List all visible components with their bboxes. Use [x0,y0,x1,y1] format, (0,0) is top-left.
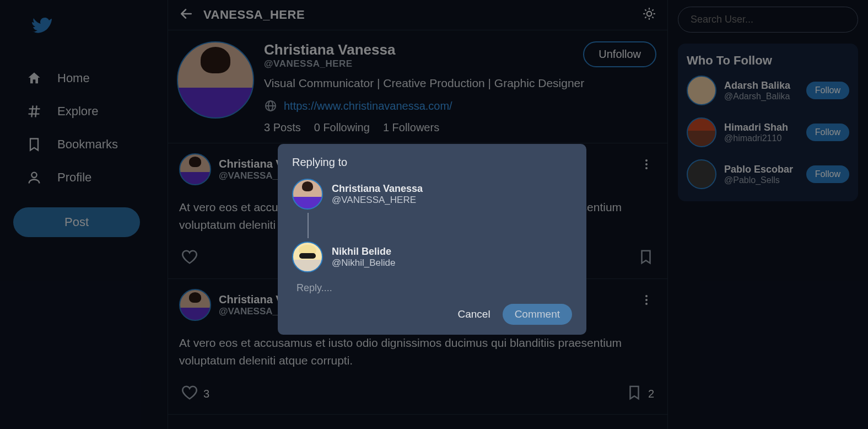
modal-user-name: Christiana Vanessa [332,183,423,195]
cancel-button[interactable]: Cancel [457,308,490,320]
modal-avatar [292,242,323,272]
modal-original-user: Christiana Vanessa @VANESSA_HERE [292,179,572,210]
modal-replier-handle: @Nikhil_Belide [332,258,396,269]
reply-input[interactable] [292,272,572,298]
thread-line [308,213,309,238]
modal-avatar [292,179,323,210]
modal-title: Replying to [292,156,572,169]
modal-user-handle: @VANESSA_HERE [332,195,423,206]
modal-replier-name: Nikhil Belide [332,246,396,258]
modal-replier: Nikhil Belide @Nikhil_Belide [292,242,572,272]
comment-button[interactable]: Comment [503,304,572,325]
reply-modal: Replying to Christiana Vanessa @VANESSA_… [278,144,586,335]
